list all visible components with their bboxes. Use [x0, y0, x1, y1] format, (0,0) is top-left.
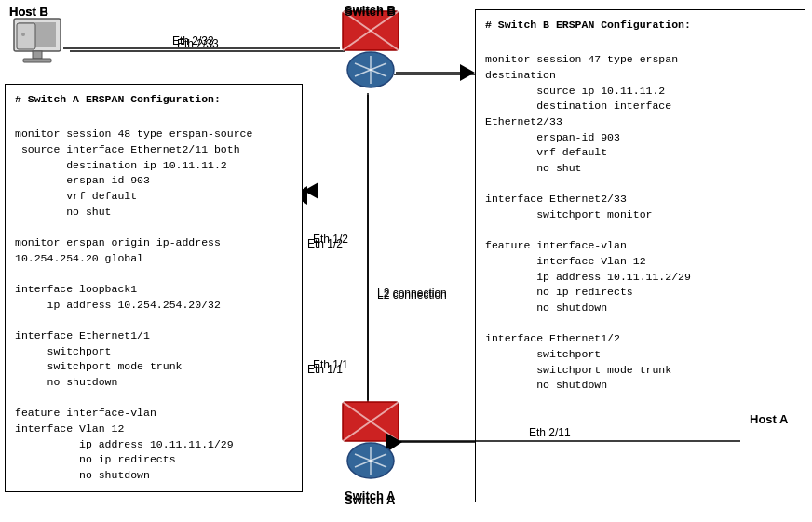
diagram-container: Host B Host A Switch B: [0, 0, 812, 522]
svg-rect-10: [23, 59, 51, 62]
config-b-line-8: vrf default: [485, 145, 795, 161]
config-a-line-16: switchport: [15, 344, 292, 360]
config-a-line-17: switchport mode trunk: [15, 359, 292, 375]
config-a-line-18: no shutdown: [15, 375, 292, 391]
config-a-line-13: ip address 10.254.254.20/32: [15, 298, 292, 314]
config-a-line-19: [15, 391, 292, 407]
eth-11-mid-label: Eth 1/1: [313, 358, 348, 371]
config-b-line-22: switchport mode trunk: [485, 363, 795, 379]
config-a-line-14: [15, 313, 292, 328]
svg-point-12: [21, 33, 25, 36]
config-a-line-10: 10.254.254.20 global: [15, 251, 292, 267]
config-a-line-2: monitor session 48 type erspan-source: [15, 127, 292, 142]
config-box-switch-a: # Switch A ERSPAN Configuration: monitor…: [5, 84, 303, 492]
host-b-title: Host B: [9, 5, 48, 19]
host-a-title: Host A: [750, 412, 788, 426]
config-b-title: # Switch B ERSPAN Configuration:: [485, 18, 795, 33]
l2-connection-mid-label: L2 connection: [377, 287, 447, 300]
config-a-line-7: no shut: [15, 205, 292, 221]
switch-b-device: [338, 9, 403, 96]
config-b-line-4: source ip 10.11.11.2: [485, 84, 795, 100]
svg-marker-38: [460, 64, 475, 81]
config-b-line-23: no shutdown: [485, 378, 795, 394]
config-b-line-7: erspan-id 903: [485, 130, 795, 146]
config-a-line-8: [15, 220, 292, 235]
config-a-line-15: interface Ethernet1/1: [15, 328, 292, 344]
config-b-line-11: interface Ethernet2/33: [485, 192, 795, 207]
svg-rect-9: [33, 51, 42, 59]
switch-a-title: Switch A: [345, 489, 395, 502]
config-b-line-6: Ethernet2/33: [485, 114, 795, 130]
config-b-line-3: destination: [485, 68, 795, 84]
config-b-line-2: monitor session 47 type erspan-: [485, 52, 795, 68]
config-a-line-3: source interface Ethernet2/11 both: [15, 142, 292, 158]
config-b-line-19: [485, 316, 795, 332]
config-a-line-11: [15, 266, 292, 282]
config-a-line-24: no shutdown: [15, 468, 292, 484]
config-b-line-16: ip address 10.11.11.2/29: [485, 270, 795, 286]
eth-12-mid-label: Eth 1/2: [313, 233, 348, 246]
eth-233-top-label: Eth 2/33: [172, 34, 214, 47]
config-a-line-12: interface loopback1: [15, 282, 292, 298]
config-b-line-12: switchport monitor: [485, 207, 795, 223]
config-b-line-17: no ip redirects: [485, 285, 795, 301]
switch-a-device: [338, 400, 403, 487]
config-a-line-6: vrf default: [15, 189, 292, 205]
config-a-line-9: monitor erspan origin ip-address: [15, 235, 292, 251]
config-b-line-9: no shut: [485, 161, 795, 177]
config-a-line-5: erspan-id 903: [15, 173, 292, 189]
config-b-line-20: interface Ethernet1/2: [485, 331, 795, 347]
config-a-line-22: ip address 10.11.11.1/29: [15, 437, 292, 453]
config-b-line-14: feature interface-vlan: [485, 238, 795, 254]
config-box-switch-b: # Switch B ERSPAN Configuration: monitor…: [475, 9, 805, 502]
switch-b-title: Switch B: [345, 3, 396, 17]
config-b-line-5: destination interface: [485, 99, 795, 114]
config-b-line-21: switchport: [485, 347, 795, 363]
svg-marker-36: [304, 182, 318, 199]
config-a-title: # Switch A ERSPAN Configuration:: [15, 92, 292, 108]
eth-211-mid-label: Eth 2/11: [529, 426, 571, 439]
config-a-line-21: interface Vlan 12: [15, 422, 292, 437]
svg-rect-11: [17, 23, 35, 49]
config-a-line-1: [15, 112, 292, 127]
config-a-line-4: destination ip 10.11.11.2: [15, 158, 292, 174]
config-b-line-18: no shutdown: [485, 301, 795, 316]
config-b-line-13: [485, 223, 795, 239]
config-b-line-1: [485, 37, 795, 53]
config-b-line-10: [485, 177, 795, 193]
config-a-line-23: no ip redirects: [15, 452, 292, 468]
config-a-line-20: feature interface-vlan: [15, 406, 292, 422]
config-b-line-15: interface Vlan 12: [485, 254, 795, 270]
host-b-device: [9, 14, 65, 77]
